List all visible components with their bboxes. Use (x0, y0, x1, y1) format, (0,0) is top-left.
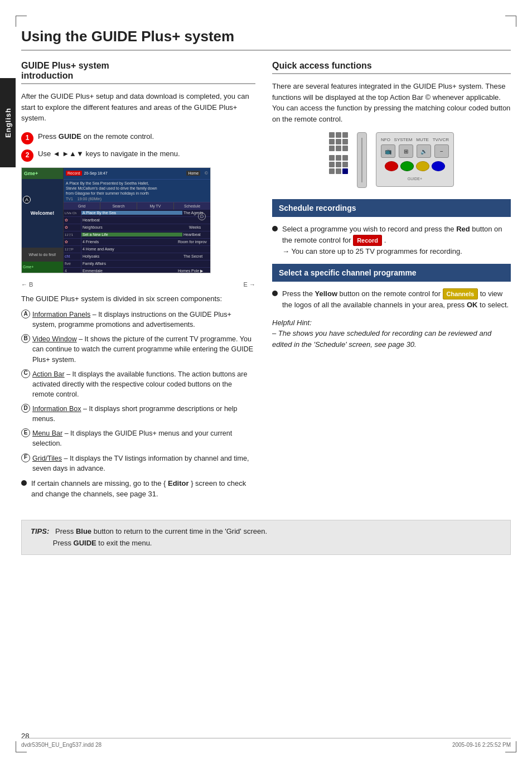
prog-homeaway: 4 Home and Away (81, 247, 210, 251)
tips-label: TIPS: (31, 527, 49, 535)
component-a-name: Information Panels (32, 311, 90, 318)
channel-2: ✿ (64, 224, 81, 231)
info-icon-btn[interactable]: 📺 (381, 144, 395, 158)
tvvcr-icon-btn[interactable]: − (434, 144, 449, 158)
prog-hollyoaks: Hollyoaks (81, 254, 182, 258)
guide-welcome-text: Welcome! (31, 210, 54, 216)
tab-schedule[interactable]: Schedule (174, 202, 210, 210)
prog-weeks: Weeks (188, 225, 210, 229)
footer: dvdr5350H_EU_Eng537.indd 28 2005-09-16 2… (21, 738, 511, 748)
mute-icon-btn[interactable]: 🔊 (417, 144, 431, 158)
component-b-name: Video Window (32, 335, 77, 343)
bullet-dot-editor (21, 480, 27, 486)
two-column-layout: GUIDE Plus+ systemintroduction After the… (21, 61, 511, 506)
label-a-screen: A (23, 196, 31, 204)
c-label: © (205, 171, 208, 176)
d-label: D (198, 212, 206, 220)
channel-5: 11▽P (64, 246, 81, 253)
guide-whattodo: What to do first! (28, 253, 56, 257)
component-f-name: Grid/Tiles (32, 455, 62, 462)
step-2-number: 2 (21, 149, 33, 162)
corner-decoration-tr-v (516, 16, 516, 27)
dot-grid-bottom (329, 155, 348, 174)
corner-decoration-tl-h (16, 16, 27, 16)
component-f: F Grid/Tiles – It displays the TV listin… (21, 453, 255, 474)
bullet-dot-schedule (272, 226, 278, 231)
tips-bar: TIPS: Press Blue button to return to the… (21, 520, 511, 556)
nfo-label: NFO (381, 137, 390, 142)
tvvcr-label: TV/VCR (433, 137, 449, 142)
system-label: SYSTEM (394, 137, 413, 142)
tab-grid[interactable]: Grid (64, 202, 100, 210)
component-d-name: Information Box (32, 405, 81, 413)
corner-decoration-bl-v (16, 741, 16, 752)
component-e-text: Menu Bar – It displays the GUIDE Plus+ m… (32, 428, 255, 448)
right-section-header: Quick access functions (272, 61, 511, 74)
component-c-name: Action Bar (32, 370, 65, 378)
helpful-hint: Helpful Hint: – The shows you have sched… (272, 317, 511, 350)
prog-newlife: Set a New Life (81, 233, 182, 236)
component-d-text: Information Box – It displays short prog… (32, 404, 255, 424)
yellow-button[interactable] (416, 161, 429, 171)
prog-heartbeat: Heartbeat (81, 218, 210, 222)
prog-neighbours: Neighbours (81, 225, 188, 229)
channel-live: LIVe Ch (64, 210, 81, 216)
bullet-dot-channel (272, 291, 278, 296)
schedule-bullet: Select a programme you wish to record an… (272, 224, 511, 257)
editor-text: If certain channels are missing, go to t… (31, 478, 255, 500)
record-btn: Record (66, 171, 82, 176)
red-button[interactable] (385, 161, 398, 171)
step-1-text: Press GUIDE on the remote control. (38, 132, 154, 142)
channel-6: cht (64, 253, 81, 260)
green-button[interactable] (400, 161, 414, 171)
prog-room: Room for improv (177, 240, 210, 244)
label-a: A (21, 310, 30, 318)
remote-body (357, 132, 367, 188)
label-f: F (21, 453, 30, 462)
tab-mytv[interactable]: My TV (137, 202, 174, 210)
icon-buttons-row: 📺 ⊞ 🔊 − (381, 144, 449, 158)
label-b: B (21, 334, 30, 343)
channel-section-box: Select a specific channel programme (272, 264, 511, 282)
channel-8: 4 (64, 268, 81, 273)
step-1: 1 Press GUIDE on the remote control. (21, 132, 255, 144)
corner-decoration-tr-h (505, 16, 516, 16)
component-b-text: Video Window – It shows the picture of t… (32, 334, 255, 364)
channel-4: ✿ (64, 239, 81, 245)
label-d: D (21, 404, 30, 413)
page-title: Using the GUIDE Plus+ system (21, 28, 511, 51)
prog-place: A Place By the Sea (81, 211, 182, 215)
page-wrapper: English Using the GUIDE Plus+ system GUI… (0, 0, 532, 768)
prog-friends: 4 Friends (81, 240, 177, 244)
prog-homes: Homes Pole ▶ (177, 269, 210, 273)
channel-info: TV1 (66, 197, 73, 201)
guide-logo: Gme+ (24, 171, 38, 176)
mute-label: MUTE (416, 137, 429, 142)
channel-text: Press the Yellow button on the remote co… (282, 288, 511, 311)
tv-control-panel: NFO SYSTEM MUTE TV/VCR 📺 ⊞ 🔊 − (376, 132, 454, 187)
guide-label-small: GUIDE+ (408, 177, 422, 181)
component-c-desc: – It displays the available functions. T… (32, 370, 247, 398)
step-2-text: Use ◄ ►▲▼ keys to navigate in the menu. (38, 149, 180, 159)
channel-bullet: Press the Yellow button on the remote co… (272, 288, 511, 311)
component-a-text: Information Panels – It displays instruc… (32, 310, 255, 330)
schedule-section-box: Schedule recordings (272, 199, 511, 217)
system-icon-btn[interactable]: ⊞ (399, 144, 413, 158)
step-2: 2 Use ◄ ►▲▼ keys to navigate in the menu… (21, 149, 255, 162)
channel-3: 11▽1 (64, 231, 81, 238)
footer-right: 2005-09-16 2:25:52 PM (452, 742, 511, 748)
right-column: Quick access functions There are several… (272, 61, 511, 506)
tab-search[interactable]: Search (100, 202, 137, 210)
schedule-text: Select a programme you wish to record an… (282, 224, 511, 257)
language-label: English (4, 108, 12, 138)
corner-decoration-br-h (505, 752, 516, 752)
components-intro: The GUIDE Plus+ system is divided in six… (21, 293, 255, 305)
e-pointer: E → (244, 281, 255, 288)
color-buttons-row (381, 161, 449, 171)
blue-button[interactable] (432, 161, 445, 171)
prog-emmerdale: Emmerdale (81, 269, 177, 272)
info-text: A Place By the Sea Presented by Seetha H… (66, 181, 208, 196)
language-tab: English (0, 78, 16, 167)
component-a: A Information Panels – It displays instr… (21, 310, 255, 330)
corner-decoration-br-v (516, 741, 516, 752)
